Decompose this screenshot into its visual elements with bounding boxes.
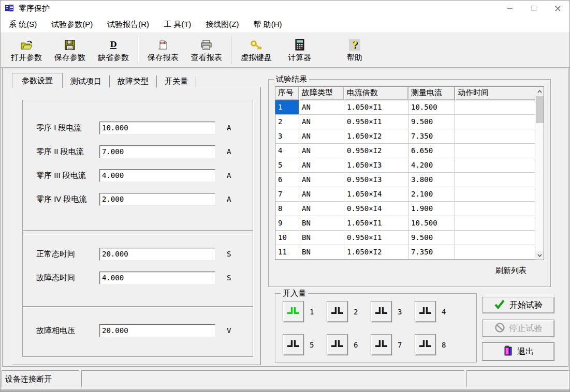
table-cell[interactable]: 8	[275, 202, 299, 216]
table-cell[interactable]: 10.500	[408, 100, 455, 115]
table-cell[interactable]: AN	[299, 187, 344, 202]
open-params-button[interactable]: 打开参数	[5, 35, 48, 65]
help-button[interactable]: ??帮助	[333, 35, 376, 65]
table-cell[interactable]: 1.050×I4	[344, 187, 408, 202]
table-cell[interactable]: AN	[299, 144, 344, 158]
table-cell[interactable]: 11	[275, 245, 299, 260]
channel-toggle-8[interactable]	[415, 334, 436, 355]
view-report-button[interactable]: 查看报表	[185, 35, 228, 65]
table-cell[interactable]: 1.050×I1	[344, 100, 408, 115]
table-cell[interactable]: AN	[299, 115, 344, 129]
table-cell[interactable]: 1.050×I3	[344, 158, 408, 173]
channel-toggle-7[interactable]	[371, 334, 392, 355]
table-cell[interactable]: 2	[275, 115, 299, 129]
table-cell[interactable]: 1.900	[408, 202, 455, 216]
table-cell[interactable]	[455, 216, 536, 231]
table-cell[interactable]	[455, 245, 536, 260]
channel-toggle-6[interactable]	[327, 334, 348, 355]
menu-item-6[interactable]: 帮 助(H)	[246, 18, 289, 32]
tab-3[interactable]: 故障类型	[110, 76, 157, 87]
tab-2[interactable]: 测试项目	[63, 76, 110, 87]
tab-4[interactable]: 开关量	[157, 76, 196, 87]
table-cell[interactable]: 4	[275, 144, 299, 158]
menu-item-3[interactable]: 试验报告(R)	[100, 18, 156, 32]
channel-number: 3	[398, 308, 402, 316]
table-cell[interactable]: 5	[275, 158, 299, 173]
menu-item-4[interactable]: 工 具(T)	[156, 18, 198, 32]
table-cell[interactable]	[455, 144, 536, 158]
close-button[interactable]	[546, 1, 569, 16]
menu-item-1[interactable]: 系 统(S)	[2, 18, 44, 32]
channel-toggle-2[interactable]	[327, 301, 348, 322]
table-cell[interactable]	[455, 100, 536, 115]
table-cell[interactable]: 1.050×I1	[344, 216, 408, 231]
param-input[interactable]	[99, 145, 215, 158]
param-input[interactable]	[99, 193, 215, 206]
table-cell[interactable]: 7.350	[408, 245, 455, 260]
scroll-up-button[interactable]	[535, 87, 544, 96]
table-cell[interactable]: AN	[299, 158, 344, 173]
save-report-button[interactable]: EXL保存报表	[141, 35, 185, 65]
table-cell[interactable]: 3.800	[408, 173, 455, 187]
table-cell[interactable]: 2.100	[408, 187, 455, 202]
table-cell[interactable]	[455, 231, 536, 245]
channel-toggle-1[interactable]	[283, 301, 304, 322]
table-cell[interactable]	[455, 115, 536, 129]
default-params-button[interactable]: D缺省参数	[92, 35, 135, 65]
minimize-button[interactable]	[498, 1, 522, 16]
table-cell[interactable]: 1.050×I2	[344, 129, 408, 144]
menu-item-5[interactable]: 接线图(Z)	[198, 18, 246, 32]
table-cell[interactable]: AN	[299, 129, 344, 144]
table-cell[interactable]: 6.650	[408, 144, 455, 158]
vertical-scrollbar[interactable]	[535, 87, 544, 260]
table-cell[interactable]	[455, 173, 536, 187]
table-cell[interactable]	[455, 129, 536, 144]
tab-1[interactable]: 参数设置	[12, 73, 63, 88]
table-cell[interactable]: AN	[299, 173, 344, 187]
table-cell[interactable]: 0.950×I1	[344, 231, 408, 245]
table-cell[interactable]: 0.950×I1	[344, 115, 408, 129]
param-input[interactable]	[99, 324, 215, 337]
virtual-keyboard-button[interactable]: 虚拟键盘	[235, 35, 278, 65]
table-cell[interactable]: 0.950×I2	[344, 144, 408, 158]
channel-toggle-3[interactable]	[371, 301, 392, 322]
table-cell[interactable]: 7	[275, 187, 299, 202]
table-cell[interactable]: 10.500	[408, 216, 455, 231]
scrollbar-thumb[interactable]	[536, 96, 544, 123]
table-cell[interactable]: 1.050×I2	[344, 245, 408, 260]
table-cell[interactable]	[455, 158, 536, 173]
table-cell[interactable]: BN	[299, 245, 344, 260]
param-input[interactable]	[99, 248, 215, 261]
channel-number: 8	[442, 341, 446, 349]
table-cell[interactable]: AN	[299, 100, 344, 115]
table-cell[interactable]: AN	[299, 202, 344, 216]
scroll-down-button[interactable]	[535, 251, 544, 260]
param-input[interactable]	[99, 169, 215, 182]
table-cell[interactable]: 1	[275, 100, 299, 115]
table-cell[interactable]: 6	[275, 173, 299, 187]
table-cell[interactable]: 9.500	[408, 231, 455, 245]
table-cell[interactable]	[455, 187, 536, 202]
table-cell[interactable]	[455, 202, 536, 216]
channel-toggle-5[interactable]	[283, 334, 304, 355]
save-params-button[interactable]: 保存参数	[48, 35, 92, 65]
menu-item-2[interactable]: 试验参数(P)	[44, 18, 100, 32]
table-cell[interactable]: 9	[275, 216, 299, 231]
table-cell[interactable]: 4.200	[408, 158, 455, 173]
table-cell[interactable]: BN	[299, 216, 344, 231]
table-cell[interactable]: 0.950×I4	[344, 202, 408, 216]
exit-button[interactable]: 退出	[482, 342, 554, 361]
table-cell[interactable]: 9.500	[408, 115, 455, 129]
table-cell[interactable]: 10	[275, 231, 299, 245]
refresh-list-link[interactable]: 刷新列表	[495, 266, 527, 276]
table-cell[interactable]: BN	[299, 231, 344, 245]
table-cell[interactable]: 7.350	[408, 129, 455, 144]
channel-toggle-4[interactable]	[415, 301, 436, 322]
start-test-button[interactable]: 开始试验	[482, 297, 554, 313]
table-cell[interactable]: 3	[275, 129, 299, 144]
param-input[interactable]	[99, 272, 215, 284]
table-cell[interactable]: 0.950×I3	[344, 173, 408, 187]
calculator-button[interactable]: 计算器	[278, 35, 321, 65]
param-input[interactable]	[99, 122, 215, 134]
maximize-button[interactable]	[522, 1, 546, 16]
